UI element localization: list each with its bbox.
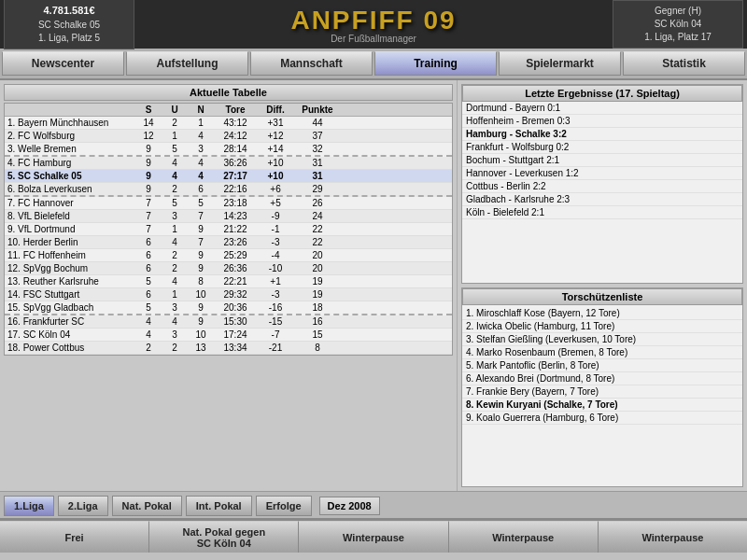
table-row: 2. FC Wolfsburg 12 1 4 24:12 +12 37	[5, 130, 452, 143]
result-row: Hamburg - Schalke 3:2	[462, 128, 742, 141]
col-diff: Diff.	[257, 104, 294, 116]
money-display: 4.781.581€	[12, 4, 126, 18]
results-list: Dortmund - Bayern 0:1Hoffenheim - Bremen…	[462, 102, 742, 219]
table-row: 3. Welle Bremen 9 5 3 28:14 +14 32	[5, 143, 452, 157]
col-tore: Tore	[214, 104, 257, 116]
result-row: Bochum - Stuttgart 2:1	[462, 154, 742, 167]
league-position: 1. Liga, Platz 5	[12, 32, 126, 45]
result-row: Dortmund - Bayern 0:1	[462, 102, 742, 115]
nav-aufstellung[interactable]: Aufstellung	[126, 51, 248, 76]
col-n: N	[188, 104, 214, 116]
bottom-tabs-bar: 1.Liga2.LigaNat. PokalInt. PokalErfolge …	[0, 491, 747, 519]
col-punkte: Punkte	[294, 104, 341, 116]
tab-btn-int--pokal[interactable]: Int. Pokal	[186, 496, 252, 516]
tab-btn-nat--pokal[interactable]: Nat. Pokal	[112, 496, 182, 516]
right-panel: Letzte Ergebnisse (17. Spieltag) Dortmun…	[458, 80, 747, 491]
footer-btn[interactable]: Winterpause	[599, 521, 747, 553]
table-row: 6. Bolza Leverkusen 9 2 6 22:16 +6 29	[5, 183, 452, 197]
scorers-list: 1. Miroschlaff Kose (Bayern, 12 Tore)2. …	[462, 307, 742, 425]
footer-bar: FreiNat. Pokal gegen SC Köln 04Winterpau…	[0, 519, 747, 553]
table-row: 9. VfL Dortmund 7 1 9 21:22 -1 22	[5, 223, 452, 236]
table-row: 14. FSC Stuttgart 6 1 10 29:32 -3 19	[5, 288, 452, 301]
results-title: Letzte Ergebnisse (17. Spieltag)	[462, 85, 742, 102]
scorer-row: 6. Alexando Brei (Dortmund, 8 Tore)	[462, 372, 742, 385]
scorer-row: 3. Stelfan Gießling (Leverkusen, 10 Tore…	[462, 333, 742, 346]
footer-buttons: FreiNat. Pokal gegen SC Köln 04Winterpau…	[0, 521, 747, 553]
tab-btn-erfolge[interactable]: Erfolge	[256, 496, 312, 516]
table-row: 17. SC Köln 04 4 3 10 17:24 -7 15	[5, 329, 452, 342]
nav-mannschaft[interactable]: Mannschaft	[250, 51, 373, 76]
result-row: Hannover - Leverkusen 1:2	[462, 167, 742, 180]
table-row: 5. SC Schalke 05 9 4 4 27:17 +10 31	[5, 170, 452, 183]
footer-btn[interactable]: Winterpause	[299, 521, 448, 553]
table-row: 16. Frankfurter SC 4 4 9 15:30 -15 16	[5, 315, 452, 329]
result-row: Frankfurt - Wolfsburg 0:2	[462, 141, 742, 154]
footer-btn[interactable]: Frei	[0, 521, 149, 553]
footer-btn[interactable]: Winterpause	[449, 521, 599, 553]
table-row: 1. Bayern Münchhausen 14 2 1 43:12 +31 4…	[5, 117, 452, 130]
table-row: 8. VfL Bielefeld 7 3 7 14:23 -9 24	[5, 210, 452, 223]
opponent-name: SC Köln 04	[621, 18, 735, 31]
table-row: 15. SpVgg Gladbach 5 3 9 20:36 -16 18	[5, 301, 452, 315]
result-row: Hoffenheim - Bremen 0:3	[462, 115, 742, 128]
nav-bar: Newscenter Aufstellung Mannschaft Traini…	[0, 49, 747, 80]
player-info: 4.781.581€ SC Schalke 05 1. Liga, Platz …	[4, 0, 134, 49]
scorer-row: 1. Miroschlaff Kose (Bayern, 12 Tore)	[462, 307, 742, 320]
date-badge: Dez 2008	[319, 497, 380, 515]
footer-btn[interactable]: Nat. Pokal gegen SC Köln 04	[149, 521, 299, 553]
nav-spielermarkt[interactable]: Spielermarkt	[499, 51, 621, 76]
game-subtitle: Der Fußballmanager	[134, 34, 613, 44]
left-panel: Aktuelle Tabelle S U N Tore Diff. Punkte…	[0, 80, 458, 491]
scorer-row: 8. Kewin Kuryani (Schalke, 7 Tore)	[462, 399, 742, 412]
table-row: 13. Reuther Karlsruhe 5 4 8 22:21 +1 19	[5, 275, 452, 288]
league-table: S U N Tore Diff. Punkte 1. Bayern Münchh…	[4, 103, 453, 356]
col-s: S	[135, 104, 162, 116]
bottom-tabs: 1.Liga2.LigaNat. PokalInt. PokalErfolge	[4, 496, 312, 516]
scorer-row: 2. Iwicka Obelic (Hamburg, 11 Tore)	[462, 320, 742, 333]
tab-btn-1-liga[interactable]: 1.Liga	[4, 496, 54, 516]
table-row: 10. Herder Berlin 6 4 7 23:26 -3 22	[5, 236, 452, 249]
scorers-box: Torschützenliste 1. Miroschlaff Kose (Ba…	[461, 287, 743, 487]
tab-btn-2-liga[interactable]: 2.Liga	[58, 496, 108, 516]
result-row: Cottbus - Berlin 2:2	[462, 180, 742, 193]
table-row: 4. FC Hamburg 9 4 4 36:26 +10 31	[5, 157, 452, 170]
scorers-title: Torschützenliste	[462, 288, 742, 305]
opponent-info: Gegner (H) SC Köln 04 1. Liga, Platz 17	[613, 0, 743, 49]
main-content: Aktuelle Tabelle S U N Tore Diff. Punkte…	[0, 80, 747, 491]
scorer-row: 5. Mark Pantoflic (Berlin, 8 Tore)	[462, 359, 742, 372]
nav-statistik[interactable]: Statistik	[623, 51, 745, 76]
header: 4.781.581€ SC Schalke 05 1. Liga, Platz …	[0, 0, 747, 49]
table-row: 12. SpVgg Bochum 6 2 9 26:36 -10 20	[5, 262, 452, 275]
result-row: Gladbach - Karlsruhe 2:3	[462, 193, 742, 206]
table-row: 7. FC Hannover 7 5 5 23:18 +5 26	[5, 197, 452, 210]
results-box: Letzte Ergebnisse (17. Spieltag) Dortmun…	[461, 84, 743, 284]
logo-area: ANPFIFF 09 Der Fußballmanager	[134, 6, 613, 44]
scorer-row: 4. Marko Rosenbaum (Bremen, 8 Tore)	[462, 346, 742, 359]
table-title: Aktuelle Tabelle	[4, 84, 453, 101]
nav-newscenter[interactable]: Newscenter	[2, 51, 124, 76]
col-team	[5, 104, 135, 116]
nav-training[interactable]: Training	[374, 51, 497, 76]
table-body: 1. Bayern Münchhausen 14 2 1 43:12 +31 4…	[5, 117, 452, 355]
table-row: 18. Power Cottbus 2 2 13 13:34 -21 8	[5, 342, 452, 355]
opponent-label: Gegner (H)	[621, 5, 735, 18]
result-row: Köln - Bielefeld 2:1	[462, 206, 742, 219]
table-header-row: S U N Tore Diff. Punkte	[5, 104, 452, 117]
team-name: SC Schalke 05	[12, 19, 126, 32]
scorer-row: 7. Frankie Bery (Bayern, 7 Tore)	[462, 385, 742, 399]
opponent-position: 1. Liga, Platz 17	[621, 31, 735, 44]
game-logo: ANPFIFF 09	[134, 6, 613, 35]
table-row: 11. FC Hoffenheim 6 2 9 25:29 -4 20	[5, 249, 452, 262]
scorer-row: 9. Koalo Guerrera (Hamburg, 6 Tore)	[462, 412, 742, 425]
col-u: U	[162, 104, 188, 116]
